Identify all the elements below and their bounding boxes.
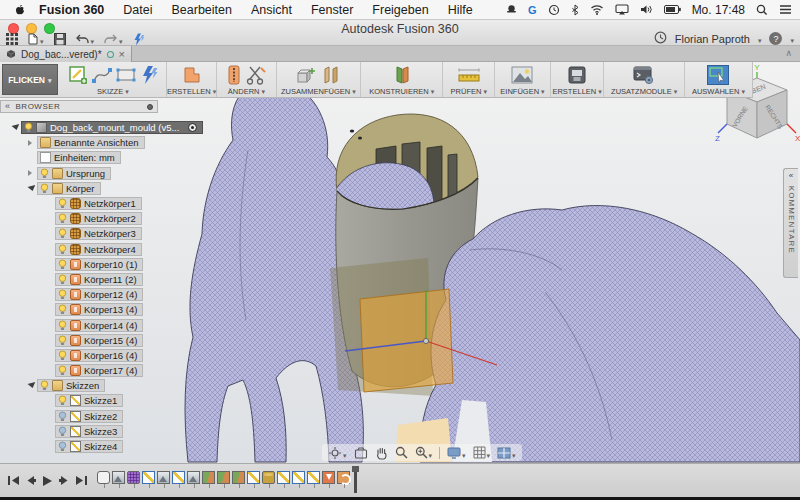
- tree-node[interactable]: Ursprung: [37, 167, 111, 180]
- timeline-feature[interactable]: [142, 471, 155, 484]
- scripts-addins-icon[interactable]: [633, 65, 655, 85]
- timeline-playhead[interactable]: [354, 469, 357, 493]
- visibility-bulb-icon[interactable]: [58, 320, 67, 331]
- help-menu-caret[interactable]: [790, 33, 794, 45]
- tspline-form-icon[interactable]: [140, 65, 158, 85]
- visibility-bulb-icon[interactable]: [58, 259, 67, 270]
- skizze-menu[interactable]: SKIZZE: [97, 87, 129, 96]
- battery-icon[interactable]: [664, 5, 681, 14]
- tree-node[interactable]: Einheiten: mm: [37, 151, 121, 164]
- konstruieren-menu[interactable]: KONSTRUIEREN: [369, 87, 434, 96]
- notification-center-icon[interactable]: [779, 4, 792, 15]
- apple-menu-icon[interactable]: [14, 4, 25, 16]
- tree-node[interactable]: Körper11 (2): [55, 273, 143, 286]
- tree-node[interactable]: Netzkörper3: [55, 227, 142, 240]
- erstellen2-menu[interactable]: ERSTELLEN: [552, 87, 601, 96]
- tree-node[interactable]: Körper10 (1): [55, 258, 143, 271]
- fit-view-tool[interactable]: [415, 444, 433, 462]
- timeline-feature[interactable]: [232, 471, 245, 484]
- menu-item[interactable]: Fenster: [311, 3, 353, 17]
- insert-image-icon[interactable]: [511, 66, 533, 84]
- aendern-menu[interactable]: ÄNDERN: [228, 87, 265, 96]
- collapse-browser-icon[interactable]: «: [5, 102, 11, 111]
- pruefen-menu[interactable]: PRÜFEN: [451, 87, 487, 96]
- timeline-feature[interactable]: [337, 471, 350, 484]
- menu-item[interactable]: Freigeben: [372, 3, 428, 17]
- step-back-button[interactable]: [26, 475, 36, 486]
- timeline-feature[interactable]: [322, 471, 335, 484]
- expand-arrow-icon[interactable]: [28, 186, 37, 191]
- menu-item[interactable]: Hilfe: [448, 3, 473, 17]
- tree-node[interactable]: Netzkörper4: [55, 243, 142, 256]
- timeline-feature[interactable]: [187, 471, 200, 484]
- visibility-bulb-icon[interactable]: [58, 213, 67, 224]
- tree-node[interactable]: Körper15 (4): [55, 334, 143, 347]
- stitch-icon[interactable]: [226, 65, 242, 85]
- active-component-radio[interactable]: [188, 123, 197, 132]
- auswaehlen-menu[interactable]: AUSWÄHLEN: [692, 87, 745, 96]
- erstellen-menu[interactable]: ERSTELLEN: [167, 87, 216, 96]
- tspline-bolt-icon[interactable]: [133, 33, 145, 46]
- visibility-bulb-icon[interactable]: [58, 198, 67, 209]
- rectangle-sketch-icon[interactable]: [116, 67, 136, 83]
- visibility-bulb-icon[interactable]: [58, 411, 67, 422]
- patch-create-icon[interactable]: [182, 65, 202, 85]
- visibility-bulb-icon[interactable]: [40, 380, 49, 391]
- document-tab[interactable]: Dog_bac...vered)* ×: [0, 46, 132, 62]
- visibility-bulb-icon[interactable]: [58, 395, 67, 406]
- timeline-feature[interactable]: [172, 471, 185, 484]
- go-to-start-button[interactable]: [8, 475, 20, 486]
- tree-node[interactable]: Körper13 (4): [55, 303, 143, 316]
- visibility-bulb-icon[interactable]: [58, 244, 67, 255]
- tree-node[interactable]: Netzkörper2: [55, 212, 142, 225]
- tree-node[interactable]: Dog_back_mount_mould (v5...: [21, 121, 203, 134]
- timeline-feature[interactable]: [262, 471, 275, 484]
- zusatzmodule-menu[interactable]: ZUSATZMODULE: [611, 87, 677, 96]
- visibility-bulb-icon[interactable]: [40, 168, 49, 179]
- save-button[interactable]: [54, 33, 66, 45]
- step-forward-button[interactable]: [59, 475, 69, 486]
- timeline-feature[interactable]: [292, 471, 305, 484]
- assemble-icon[interactable]: [296, 65, 318, 85]
- visibility-bulb-icon[interactable]: [58, 426, 67, 437]
- tree-node[interactable]: Netzkörper1: [55, 197, 142, 210]
- timeline-feature[interactable]: [112, 471, 125, 484]
- display-settings[interactable]: [447, 444, 466, 462]
- workspace-selector[interactable]: FLICKEN: [2, 64, 58, 95]
- trim-icon[interactable]: [246, 65, 266, 85]
- look-at-tool[interactable]: [354, 447, 368, 459]
- expand-arrow-icon[interactable]: [28, 170, 37, 176]
- spotlight-icon[interactable]: [756, 4, 768, 16]
- visibility-bulb-icon[interactable]: [58, 365, 67, 376]
- expand-arrow-icon[interactable]: [28, 383, 37, 388]
- user-menu-caret[interactable]: [758, 33, 762, 45]
- expand-arrow-icon[interactable]: [28, 140, 37, 146]
- visibility-bulb-icon[interactable]: [24, 122, 33, 133]
- pan-tool[interactable]: [375, 446, 388, 460]
- tree-node[interactable]: Benannte Ansichten: [37, 136, 145, 149]
- comments-tab[interactable]: « KOMMENTARE: [783, 168, 798, 278]
- select-tool-icon[interactable]: [707, 65, 729, 85]
- tree-node[interactable]: Körper16 (4): [55, 349, 143, 362]
- timeline-feature[interactable]: [307, 471, 320, 484]
- menubar-clock[interactable]: Mo. 17:48: [692, 3, 745, 17]
- tree-node[interactable]: Körper: [37, 182, 101, 195]
- einfuegen-menu[interactable]: EINFÜGEN: [500, 87, 544, 96]
- app-status-icon[interactable]: [506, 4, 517, 15]
- timeline-feature[interactable]: [157, 471, 170, 484]
- construction-plane-icon[interactable]: [392, 65, 412, 85]
- timeline-feature[interactable]: [247, 471, 260, 484]
- tree-node[interactable]: Körper14 (4): [55, 319, 143, 332]
- visibility-bulb-icon[interactable]: [58, 335, 67, 346]
- timemachine-icon[interactable]: [548, 4, 560, 16]
- tree-node[interactable]: Körper12 (4): [55, 288, 143, 301]
- viewports-settings[interactable]: [497, 444, 516, 462]
- visibility-bulb-icon[interactable]: [58, 304, 67, 315]
- collapse-ribbon-icon[interactable]: ∧: [785, 48, 792, 58]
- timeline-feature[interactable]: [277, 471, 290, 484]
- spline-icon[interactable]: [92, 66, 112, 84]
- airplay-display-icon[interactable]: [615, 4, 629, 15]
- timeline-feature[interactable]: [217, 471, 230, 484]
- help-button[interactable]: ?: [769, 32, 782, 45]
- zoom-tool[interactable]: [395, 446, 408, 459]
